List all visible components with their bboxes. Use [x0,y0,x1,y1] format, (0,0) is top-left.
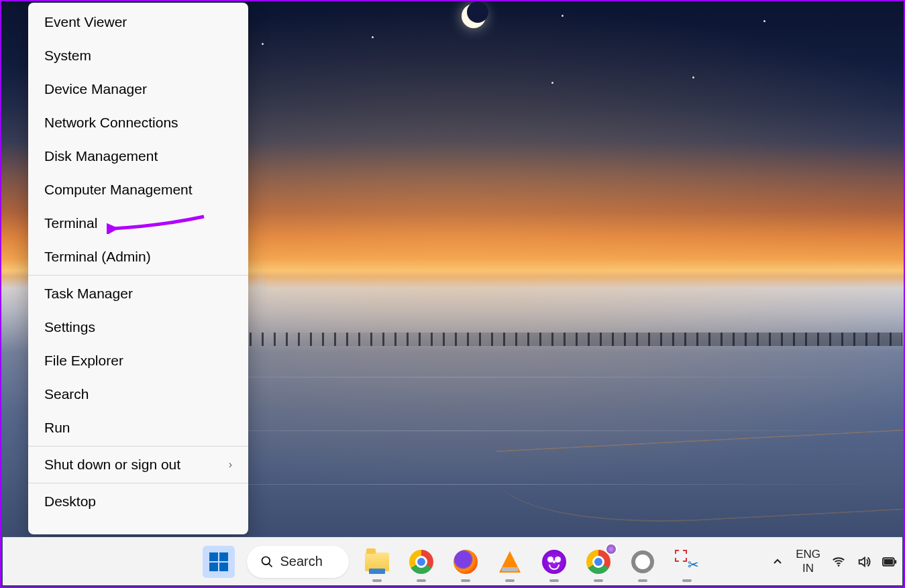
search-label: Search [280,554,323,569]
star-icon [692,76,694,78]
taskbar-app-chrome-profile[interactable] [582,546,615,578]
svg-rect-5 [895,560,897,563]
winx-item-terminal-admin[interactable]: Terminal (Admin) [28,240,248,274]
moon-icon [462,4,486,28]
chrome-icon [409,550,433,574]
wifi-icon [831,554,846,569]
winx-item-task-manager[interactable]: Task Manager [28,277,248,310]
winx-item-network-connections[interactable]: Network Connections [28,106,248,139]
wifi-button[interactable] [831,554,846,569]
firefox-icon [454,550,478,574]
chevron-up-icon [772,556,783,567]
star-icon [763,20,765,22]
taskbar-app-settings[interactable] [627,546,659,578]
folder-icon [365,552,389,571]
star-icon [372,36,374,38]
menu-item-label: File Explorer [44,353,123,369]
winx-item-desktop[interactable]: Desktop [28,485,248,518]
menu-item-label: Terminal (Admin) [44,249,151,265]
start-button[interactable] [203,546,235,578]
menu-separator [28,446,248,447]
tray-overflow-chevron[interactable] [770,554,785,569]
winx-item-run[interactable]: Run [28,411,248,445]
svg-point-2 [838,565,840,567]
menu-item-label: System [44,48,91,64]
menu-item-label: Search [44,386,89,402]
menu-item-label: Desktop [44,493,96,510]
winx-item-shut-down-or-sign-out[interactable]: Shut down or sign out› [28,448,248,481]
menu-item-label: Computer Management [44,182,193,198]
winx-item-settings[interactable]: Settings [28,310,248,344]
taskbar-app-chrome[interactable] [405,546,437,578]
windows-icon [209,552,228,571]
star-icon [551,82,553,84]
taskbar-app-purple[interactable] [538,546,570,578]
language-indicator[interactable]: ENG IN [796,548,820,575]
chevron-right-icon: › [229,459,232,471]
system-tray: ENG IN [770,538,897,585]
taskbar-app-vlc[interactable] [494,546,526,578]
winx-item-system[interactable]: System [28,39,248,72]
volume-button[interactable] [857,554,871,569]
taskbar-search[interactable]: Search [247,546,349,578]
menu-item-label: Device Manager [44,81,147,97]
svg-rect-4 [884,558,894,564]
star-icon [262,43,264,45]
menu-item-label: Network Connections [44,115,178,131]
svg-line-1 [268,563,272,567]
menu-separator [28,483,248,483]
vlc-icon [499,551,521,573]
road-decoration [496,429,905,531]
volume-icon [857,554,871,569]
winx-item-computer-management[interactable]: Computer Management [28,173,248,207]
language-line1: ENG [796,548,820,561]
taskbar-app-snipping-tool[interactable]: ✂ [671,546,703,578]
taskbar-app-file-explorer[interactable] [361,546,393,578]
winx-item-disk-management[interactable]: Disk Management [28,139,248,173]
winx-item-device-manager[interactable]: Device Manager [28,72,248,106]
menu-separator [28,275,248,276]
winx-item-file-explorer[interactable]: File Explorer [28,344,248,377]
battery-icon [882,556,897,568]
taskbar-center: Search [203,546,703,578]
gear-icon [631,550,654,573]
menu-item-label: Event Viewer [44,14,127,30]
winx-item-search[interactable]: Search [28,377,248,411]
search-icon [260,555,274,569]
menu-item-label: Terminal [44,215,97,231]
battery-button[interactable] [882,554,897,569]
smoke-decoration [254,266,268,293]
taskbar-app-firefox[interactable] [449,546,482,578]
menu-item-label: Shut down or sign out [44,457,180,473]
profile-badge-icon [605,543,617,555]
winx-item-terminal[interactable]: Terminal [28,207,248,240]
treeline-decoration [250,333,902,346]
scissors-icon: ✂ [675,550,699,574]
infinity-icon [542,550,566,574]
taskbar: Search [3,537,902,585]
svg-point-0 [262,556,270,565]
language-line2: IN [796,562,820,575]
star-icon [562,15,564,17]
menu-item-label: Task Manager [44,286,133,302]
menu-item-label: Disk Management [44,148,158,164]
winx-context-menu: Event ViewerSystemDevice ManagerNetwork … [28,3,248,534]
menu-item-label: Settings [44,319,95,335]
menu-item-label: Run [44,420,70,436]
winx-item-event-viewer[interactable]: Event Viewer [28,5,248,39]
